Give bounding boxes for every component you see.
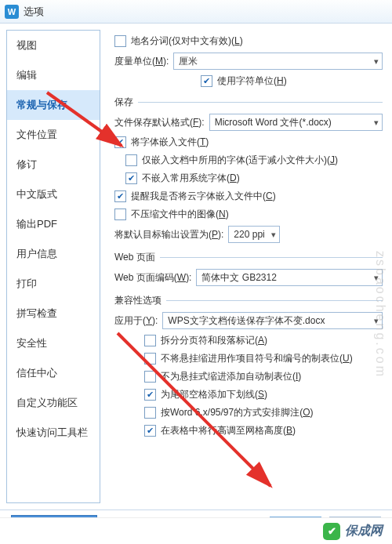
watermark: zsbaocheng.com xyxy=(373,251,387,379)
label-target-output: 将默认目标输出设置为(P): xyxy=(114,228,223,241)
checkbox-embed-font[interactable] xyxy=(114,136,126,148)
window-title: 选项 xyxy=(24,5,44,19)
checkbox-compat-2[interactable] xyxy=(144,371,156,383)
section-compat: 兼容性选项 xyxy=(114,294,162,307)
label-apply-to: 应用于(Y): xyxy=(114,314,158,328)
label-compat-3: 为尾部空格添加下划线(S) xyxy=(161,388,267,401)
checkbox-compat-1[interactable] xyxy=(144,353,156,364)
select-unit[interactable]: 厘米 xyxy=(173,53,383,70)
sidebar-item-view[interactable]: 视图 xyxy=(7,31,100,60)
label-no-compress-img: 不压缩文件中的图像(N) xyxy=(131,208,229,221)
checkbox-remind-cloud[interactable] xyxy=(114,190,126,202)
checkbox-compat-0[interactable] xyxy=(144,335,156,346)
content-pane: 地名分词(仅对中文有效)(L) 度量单位(M): 厘米 使用字符单位(H) 保存… xyxy=(100,24,392,510)
label-compat-1: 不将悬挂缩进用作项目符号和编号的制表位(U) xyxy=(161,352,353,365)
sidebar-item-qat[interactable]: 快速访问工具栏 xyxy=(7,418,100,448)
sidebar: 视图 编辑 常规与保存 文件位置 修订 中文版式 输出PDF 用户信息 打印 拼… xyxy=(6,30,100,503)
sidebar-item-file-location[interactable]: 文件位置 xyxy=(7,120,100,150)
label-unit: 度量单位(M): xyxy=(114,55,169,68)
checkbox-compat-4[interactable] xyxy=(144,407,156,419)
checkbox-char-unit[interactable] xyxy=(201,75,212,87)
label-no-common: 不嵌入常用系统字体(D) xyxy=(142,172,240,185)
label-place-split: 地名分词(仅对中文有效)(L) xyxy=(131,34,243,48)
checkbox-no-compress-img[interactable] xyxy=(114,209,126,220)
select-target-output[interactable]: 220 ppi xyxy=(228,226,279,243)
sidebar-item-edit[interactable]: 编辑 xyxy=(7,60,100,90)
brand-text: 保成网 xyxy=(345,523,383,539)
select-encoding[interactable]: 简体中文 GB2312 xyxy=(196,269,383,286)
sidebar-item-print[interactable]: 打印 xyxy=(7,269,100,299)
sidebar-item-cjk[interactable]: 中文版式 xyxy=(7,180,100,209)
select-apply-to[interactable]: WPS文字文档传送保存字体不变.docx xyxy=(162,312,383,329)
section-save: 保存 xyxy=(114,96,133,109)
select-default-fmt[interactable]: Microsoft Word 文件(*.docx) xyxy=(209,114,383,131)
sidebar-item-security[interactable]: 安全性 xyxy=(7,328,100,358)
brand-badge-icon xyxy=(323,523,340,540)
sidebar-item-spell[interactable]: 拼写检查 xyxy=(7,299,100,328)
app-icon: W xyxy=(5,5,19,19)
label-char-unit: 使用字符单位(H) xyxy=(217,74,287,88)
label-compat-0: 拆分分页符和段落标记(A) xyxy=(161,334,267,347)
sidebar-item-custom-ribbon[interactable]: 自定义功能区 xyxy=(7,388,100,418)
sidebar-item-general-save[interactable]: 常规与保存 xyxy=(7,90,100,120)
sidebar-item-pdf[interactable]: 输出PDF xyxy=(7,209,100,239)
sidebar-item-revision[interactable]: 修订 xyxy=(7,150,100,180)
checkbox-compat-3[interactable] xyxy=(144,389,156,401)
checkbox-compat-5[interactable] xyxy=(144,425,156,437)
label-default-fmt: 文件保存默认格式(F): xyxy=(114,116,205,129)
label-encoding: Web 页面编码(W): xyxy=(114,271,191,285)
label-embed-used-only: 仅嵌入文档中所用的字体(适于减小文件大小)(J) xyxy=(142,154,338,167)
label-remind-cloud: 提醒我是否将云字体嵌入文件中(C) xyxy=(131,190,276,203)
checkbox-embed-used-only[interactable] xyxy=(125,154,137,166)
checkbox-no-common[interactable] xyxy=(125,172,137,184)
label-embed-font: 将字体嵌入文件(T) xyxy=(131,136,209,149)
sidebar-item-user[interactable]: 用户信息 xyxy=(7,239,100,269)
sidebar-item-trust[interactable]: 信任中心 xyxy=(7,358,100,388)
label-compat-4: 按Word 6.x/95/97的方式安排脚注(O) xyxy=(161,406,314,419)
brand-footer: 保成网 xyxy=(0,517,392,544)
section-web: Web 页面 xyxy=(114,251,155,264)
label-compat-5: 在表格中将行高调至网格高度(B) xyxy=(161,424,296,437)
label-compat-2: 不为悬挂式缩进添加自动制表位(I) xyxy=(161,370,301,383)
checkbox-place-split[interactable] xyxy=(114,35,126,47)
